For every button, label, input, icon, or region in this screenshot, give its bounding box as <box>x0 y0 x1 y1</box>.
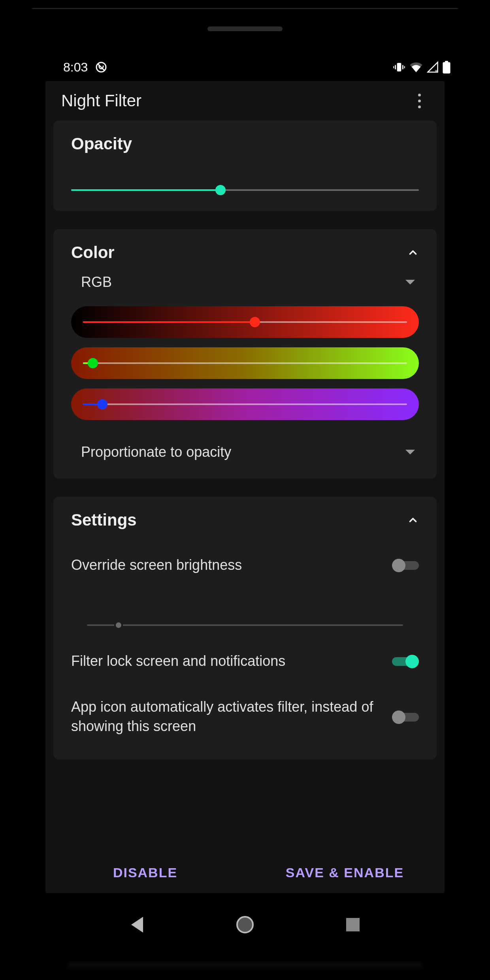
system-nav-bar <box>12 909 478 940</box>
override-brightness-row: Override screen brightness <box>71 542 419 588</box>
more-menu-icon[interactable] <box>410 91 429 110</box>
disable-button[interactable]: DISABLE <box>45 865 245 880</box>
svg-rect-3 <box>395 65 396 70</box>
override-brightness-switch[interactable] <box>392 557 419 573</box>
svg-rect-2 <box>397 63 401 71</box>
blend-mode-dropdown[interactable]: Proportionate to opacity <box>71 430 419 463</box>
nav-back-button[interactable] <box>127 915 147 935</box>
color-mode-value: RGB <box>81 274 112 290</box>
app-title: Night Filter <box>61 91 141 110</box>
red-slider[interactable] <box>71 306 419 338</box>
svg-rect-9 <box>445 61 448 63</box>
settings-title: Settings <box>71 511 137 530</box>
color-card: Color RGB <box>53 229 437 479</box>
color-mode-dropdown[interactable]: RGB <box>71 262 419 298</box>
color-title: Color <box>71 243 115 262</box>
dnd-icon <box>95 61 107 74</box>
signal-icon: × <box>427 61 439 73</box>
svg-rect-6 <box>404 66 405 68</box>
svg-rect-5 <box>393 66 394 68</box>
blue-slider[interactable] <box>71 388 419 420</box>
svg-rect-8 <box>443 62 450 74</box>
svg-rect-4 <box>402 65 403 70</box>
app-window: Night Filter Opacity <box>45 81 445 893</box>
blend-mode-value: Proportionate to opacity <box>81 444 231 460</box>
vibrate-icon <box>393 61 405 74</box>
app-icon-activates-label: App icon automatically activates filter,… <box>71 697 380 736</box>
bottom-action-bar: DISABLE SAVE & ENABLE <box>45 852 445 893</box>
opacity-slider[interactable] <box>71 185 419 195</box>
green-slider[interactable] <box>71 347 419 379</box>
nav-home-button[interactable] <box>235 915 255 935</box>
status-bar: 8:03 × <box>12 55 478 79</box>
save-enable-button[interactable]: SAVE & ENABLE <box>245 865 445 880</box>
home-indicator <box>67 963 423 970</box>
svg-text:×: × <box>435 68 437 73</box>
opacity-card: Opacity <box>53 121 437 211</box>
caret-down-icon <box>405 450 415 454</box>
app-bar: Night Filter <box>45 81 445 121</box>
opacity-title: Opacity <box>71 134 132 153</box>
collapse-color-icon[interactable] <box>407 247 419 258</box>
app-icon-activates-row: App icon automatically activates filter,… <box>71 684 419 749</box>
battery-icon <box>443 61 450 74</box>
collapse-settings-icon[interactable] <box>407 514 419 526</box>
app-icon-activates-switch[interactable] <box>392 709 419 725</box>
status-time: 8:03 <box>63 60 88 75</box>
brightness-slider[interactable] <box>87 620 403 630</box>
filter-lock-label: Filter lock screen and notifications <box>71 652 380 671</box>
filter-lock-row: Filter lock screen and notifications <box>71 638 419 684</box>
override-brightness-label: Override screen brightness <box>71 556 380 575</box>
caret-down-icon <box>405 280 415 285</box>
wifi-icon <box>409 61 423 73</box>
settings-card: Settings Override screen brightness <box>53 497 437 760</box>
nav-recent-button[interactable] <box>343 915 363 935</box>
filter-lock-switch[interactable] <box>392 653 419 669</box>
phone-speaker <box>207 26 283 31</box>
